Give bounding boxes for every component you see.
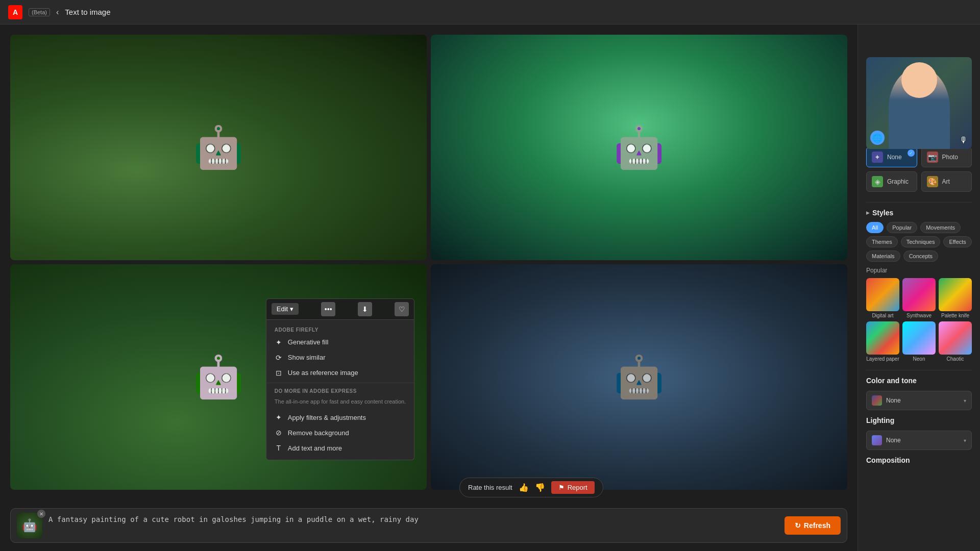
report-button[interactable]: ⚑ Report	[551, 481, 595, 494]
palette-knife-preview	[939, 278, 972, 311]
content-type-graphic[interactable]: ◈ Graphic	[866, 171, 917, 192]
filters-icon: ✦	[275, 413, 283, 421]
remove-bg-icon: ⊘	[275, 429, 283, 437]
filter-all[interactable]: All	[866, 222, 884, 233]
edit-label: Edit	[277, 305, 288, 313]
filter-themes[interactable]: Themes	[866, 236, 898, 247]
filter-popular[interactable]: Popular	[887, 222, 917, 233]
generative-fill-label: Generative fill	[288, 338, 328, 346]
color-tone-icon	[872, 395, 882, 406]
neon-preview	[902, 321, 936, 355]
content-type-photo[interactable]: 📷 Photo	[921, 147, 972, 167]
menu-description: The all-in-one app for fast and easy con…	[266, 396, 414, 410]
context-menu: ADOBE FIREFLY ✦ Generative fill ⟳ Show s…	[266, 320, 414, 460]
more-options-button[interactable]: •••	[321, 302, 335, 316]
report-label: Report	[568, 484, 587, 491]
show-similar-icon: ⟳	[275, 354, 283, 362]
image-cell-1[interactable]	[10, 35, 427, 260]
add-text-label: Add text and more	[288, 444, 342, 452]
add-text-icon: T	[275, 444, 283, 452]
reference-label: Use as reference image	[288, 369, 358, 377]
webcam-head	[901, 62, 937, 98]
image-cell-2[interactable]	[431, 35, 847, 260]
prompt-bar: 🤖 ✕ A fantasy painting of a cute robot i…	[10, 508, 847, 543]
section-divider-2	[866, 370, 972, 370]
photo-label: Photo	[942, 154, 958, 161]
generative-fill-icon: ✦	[275, 338, 283, 346]
refresh-icon: ↻	[795, 521, 801, 530]
color-tone-title: Color and tone	[866, 377, 972, 385]
none-icon: ✦	[872, 152, 883, 163]
section-divider-1	[866, 202, 972, 203]
style-filter-row: All Popular Movements Themes Techniques …	[866, 222, 972, 262]
menu-item-generative-fill[interactable]: ✦ Generative fill	[266, 335, 414, 350]
filter-concepts[interactable]: Concepts	[903, 251, 938, 262]
composition-title: Composition	[866, 456, 972, 464]
filter-techniques[interactable]: Techniques	[901, 236, 941, 247]
image-cell-4[interactable]	[431, 264, 847, 490]
content-type-art[interactable]: 🎨 Art	[921, 171, 972, 192]
lighting-icon	[872, 435, 882, 445]
rate-label: Rate this result	[468, 484, 512, 491]
filter-movements[interactable]: Movements	[920, 222, 961, 233]
layered-paper-label: Layered paper	[866, 356, 899, 362]
filters-label: Apply filters & adjustments	[288, 414, 366, 421]
lighting-value: None	[886, 437, 960, 444]
refresh-button[interactable]: ↻ Refresh	[785, 516, 841, 535]
lighting-dropdown[interactable]: None ▾	[866, 431, 972, 450]
content-type-none[interactable]: ✦ None ✓	[866, 147, 917, 167]
menu-item-remove-bg[interactable]: ⊘ Remove background	[266, 425, 414, 440]
photo-icon: 📷	[927, 152, 938, 163]
beta-label: (Beta)	[29, 8, 50, 16]
image-area: Edit ▾ ••• ⬇ ♡ ADOBE FIREFLY ✦ Generativ…	[0, 24, 857, 551]
styles-header: ▸ Styles	[866, 209, 972, 217]
show-similar-label: Show similar	[288, 354, 326, 361]
rate-bar: Rate this result 👍 👎 ⚑ Report	[459, 478, 603, 497]
digital-art-preview	[866, 278, 899, 311]
style-grid: Digital art Synthwave Palette knife Laye…	[866, 278, 972, 362]
style-item-layered-paper[interactable]: Layered paper	[866, 321, 899, 362]
menu-item-show-similar[interactable]: ⟳ Show similar	[266, 350, 414, 365]
menu-item-add-text[interactable]: T Add text and more	[266, 440, 414, 456]
color-tone-chevron-icon: ▾	[964, 398, 966, 404]
image-grid	[10, 35, 847, 490]
style-item-palette-knife[interactable]: Palette knife	[939, 278, 972, 318]
digital-art-label: Digital art	[866, 313, 899, 318]
thumbs-up-button[interactable]: 👍	[519, 483, 529, 492]
edit-button[interactable]: Edit ▾	[272, 303, 299, 315]
filter-materials[interactable]: Materials	[866, 251, 900, 262]
color-tone-value: None	[886, 397, 960, 404]
popular-subsection-title: Popular	[866, 267, 972, 274]
menu-divider	[266, 383, 414, 383]
style-item-neon[interactable]: Neon	[902, 321, 936, 362]
right-sidebar: 🎙 🌐 Content type ✦ None ✓ 📷 Photo ◈ Grap…	[857, 24, 980, 551]
styles-chevron-icon: ▸	[866, 209, 869, 216]
back-button[interactable]: ‹	[56, 8, 59, 17]
webcam-mic-icon: 🎙	[960, 136, 968, 145]
refresh-label: Refresh	[804, 521, 830, 530]
color-tone-dropdown[interactable]: None ▾	[866, 391, 972, 410]
lighting-title: Lighting	[866, 416, 972, 424]
content-type-grid: ✦ None ✓ 📷 Photo ◈ Graphic 🎨 Art	[866, 147, 972, 192]
menu-item-reference[interactable]: ⊡ Use as reference image	[266, 365, 414, 381]
styles-section: ▸ Styles All Popular Movements Themes Te…	[866, 209, 972, 362]
style-item-synthwave[interactable]: Synthwave	[902, 278, 936, 318]
filter-effects[interactable]: Effects	[943, 236, 971, 247]
main-layout: Edit ▾ ••• ⬇ ♡ ADOBE FIREFLY ✦ Generativ…	[0, 24, 980, 551]
chaotic-label: Chaotic	[939, 356, 972, 362]
prompt-close-button[interactable]: ✕	[37, 510, 45, 518]
download-button[interactable]: ⬇	[358, 302, 372, 316]
prompt-input[interactable]: A fantasy painting of a cute robot in ga…	[48, 514, 778, 537]
favorite-button[interactable]: ♡	[395, 302, 409, 316]
style-item-digital-art[interactable]: Digital art	[866, 278, 899, 318]
prompt-thumbnail: 🤖 ✕	[17, 513, 42, 538]
context-menu-container: Edit ▾ ••• ⬇ ♡ ADOBE FIREFLY ✦ Generativ…	[266, 298, 414, 460]
webcam-feed: 🎙 🌐	[866, 57, 972, 149]
menu-item-filters[interactable]: ✦ Apply filters & adjustments	[266, 410, 414, 425]
none-label: None	[887, 154, 902, 161]
report-icon: ⚑	[558, 484, 565, 491]
layered-paper-preview	[866, 321, 899, 355]
style-item-chaotic[interactable]: Chaotic	[939, 321, 972, 362]
art-label: Art	[942, 178, 950, 185]
thumbs-down-button[interactable]: 👎	[535, 483, 545, 492]
